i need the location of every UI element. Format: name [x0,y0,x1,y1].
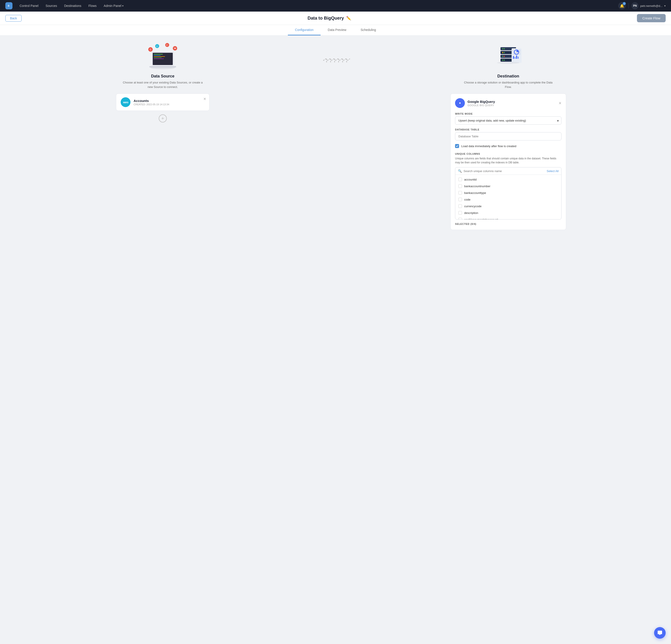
selected-count: SELECTED (0/4) [455,223,561,225]
svg-text:❤: ❤ [174,47,176,50]
source-column: G X P ❤ Data Source Choose at least one … [9,43,317,123]
destination-header: Google BigQuery GOOGLE BIG QUERY ✕ [455,98,561,108]
database-table-label: DATABASE TABLE [455,128,561,131]
write-mode-label: WRITE MODE [455,112,561,115]
svg-rect-5 [154,55,161,56]
column-name: bankaccounttype [464,191,486,194]
svg-point-27 [502,56,503,57]
add-source-wrap: + [116,114,210,123]
create-flow-button[interactable]: Create Flow [637,14,666,22]
tab-scheduling[interactable]: Scheduling [354,25,383,35]
column-checkbox[interactable] [458,211,462,215]
write-mode-select-wrap: Upsert (keep original data, add new, upd… [455,116,561,125]
chevron-down-icon: ▾ [122,4,124,7]
list-item: bankaccounttype [455,189,561,196]
navbar: B Control Panel Sources Destinations Flo… [0,0,671,12]
columns-search-input[interactable] [464,169,545,173]
source-card-info: Accounts CREATED: 2022-05-19 14:13:34 [134,99,205,106]
columns-search-header: 🔍 Select All [455,167,561,175]
database-table-input[interactable] [455,132,561,140]
svg-point-25 [502,52,503,53]
svg-point-18 [151,66,175,69]
back-button[interactable]: Back [5,15,22,22]
destination-panel: Google BigQuery GOOGLE BIG QUERY ✕ WRITE… [451,93,566,230]
nav-sources[interactable]: Sources [43,3,60,9]
list-item: bankaccountnumber [455,183,561,189]
column-name: bankaccountnumber [464,185,491,188]
list-item: accountid [455,176,561,183]
column-name: description [464,211,478,215]
nav-right-area: 🔔 1 PN petr.nemeth@d... ▾ [618,2,666,10]
app-logo[interactable]: B [5,2,12,9]
chevron-down-icon: ▾ [664,4,666,7]
tabs-bar: Configuration Data Preview Scheduling [0,25,671,36]
svg-rect-6 [154,56,165,57]
flow-layout: G X P ❤ Data Source Choose at least one … [9,43,662,230]
svg-point-41 [459,102,460,104]
unique-columns-title: UNIQUE COLUMNS [455,152,561,155]
user-menu[interactable]: PN petr.nemeth@d... ▾ [631,2,666,9]
notification-badge: 1 [623,2,626,5]
columns-list: accountid bankaccountnumber bankaccountt… [455,175,561,219]
column-checkbox[interactable] [458,191,462,194]
nav-control-panel[interactable]: Control Panel [17,3,41,9]
notification-button[interactable]: 🔔 1 [618,2,626,10]
column-name: accountid [464,178,477,181]
add-source-button[interactable]: + [159,114,167,123]
list-item: code [455,196,561,203]
destination-remove-icon[interactable]: ✕ [559,101,561,105]
svg-text:X: X [156,45,157,47]
column-checkbox[interactable] [458,218,462,219]
columns-search-wrap: 🔍 Select All accountid bankaccountnumber… [455,167,561,219]
xero-logo: xero [121,97,130,107]
edit-icon[interactable]: ✏️ [346,16,351,21]
svg-rect-37 [518,56,519,59]
nav-admin-panel[interactable]: Admin Panel ▾ [101,3,126,9]
nav-destinations[interactable]: Destinations [61,3,84,9]
tab-data-preview[interactable]: Data Preview [320,25,353,35]
svg-point-28 [504,56,505,57]
unique-columns-desc: Unique columns are fields that should co… [455,156,561,164]
source-card: xero Accounts CREATED: 2022-05-19 14:13:… [116,93,210,111]
destination-illustration [491,43,526,70]
tab-configuration[interactable]: Configuration [288,25,320,35]
list-item: enablepaymentstoaccount [455,216,561,219]
svg-rect-8 [154,59,164,59]
avatar: PN [631,2,638,9]
column-checkbox[interactable] [458,204,462,208]
load-immediately-checkbox[interactable] [455,144,459,148]
svg-point-24 [504,48,505,49]
source-illustration: G X P ❤ [145,43,180,70]
svg-rect-7 [154,58,162,58]
destination-name: Google BigQuery [468,100,556,103]
select-all-button[interactable]: Select All [547,169,559,173]
nav-flows[interactable]: Flows [86,3,99,9]
column-name: code [464,198,470,201]
svg-text:B: B [8,5,9,7]
column-checkbox[interactable] [458,178,462,181]
source-name: Accounts [134,99,205,103]
list-item: currencycode [455,203,561,210]
destination-info: Google BigQuery GOOGLE BIG QUERY [468,100,556,106]
svg-rect-35 [515,57,516,59]
destination-column: Destination Choose a storage solution or… [354,43,662,230]
write-mode-select[interactable]: Upsert (keep original data, add new, upd… [455,116,561,125]
svg-point-30 [504,60,505,61]
load-immediately-label: Load data immediately after flow is crea… [461,144,516,148]
source-date: CREATED: 2022-05-19 14:13:34 [134,103,205,106]
svg-point-38 [497,62,519,64]
chat-bubble-button[interactable] [654,627,666,639]
source-remove-icon[interactable]: ✕ [203,97,206,101]
svg-rect-36 [516,55,517,59]
page-title-area: Data to BigQuery ✏️ [22,16,637,21]
svg-rect-4 [154,54,163,54]
svg-rect-34 [513,56,514,59]
unique-columns-section: UNIQUE COLUMNS Unique columns are fields… [455,152,561,225]
destination-section-title: Destination [497,74,519,79]
source-section-title: Data Source [151,74,174,79]
column-checkbox[interactable] [458,184,462,188]
column-checkbox[interactable] [458,198,462,201]
flow-arrows-col [317,43,354,65]
main-content: G X P ❤ Data Source Choose at least one … [0,36,671,644]
column-name: currencycode [464,205,482,208]
